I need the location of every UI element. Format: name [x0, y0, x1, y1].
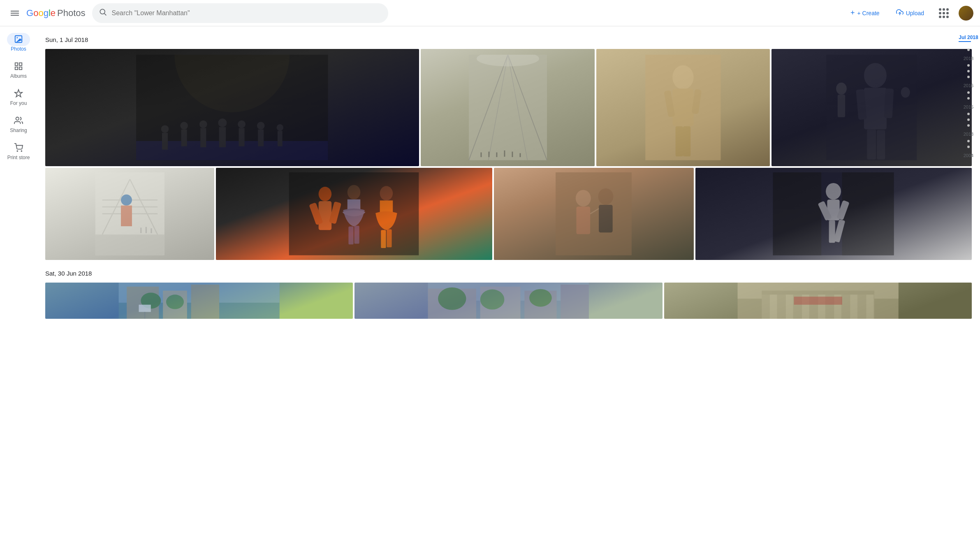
svg-rect-64	[95, 234, 164, 255]
photo-dance-group[interactable]	[45, 49, 419, 166]
svg-rect-82	[387, 230, 392, 248]
svg-rect-8	[15, 67, 18, 70]
photo-inner	[354, 283, 662, 319]
date-section-jul1: Sun, 1 Jul 2018	[45, 35, 972, 260]
timeline-year-2015[interactable]: 2015	[964, 104, 973, 109]
svg-rect-53	[867, 130, 876, 160]
sidebar-photos-label: Photos	[11, 46, 26, 52]
app-name: Photos	[57, 8, 86, 19]
svg-rect-128	[794, 297, 842, 305]
upload-button[interactable]: Upload	[891, 5, 929, 21]
svg-rect-106	[139, 305, 151, 312]
svg-rect-91	[773, 172, 822, 255]
avatar[interactable]	[959, 6, 973, 21]
svg-rect-89	[556, 172, 632, 255]
svg-rect-6	[19, 63, 22, 65]
photo-hallway[interactable]	[421, 49, 594, 166]
photo-two-actors[interactable]	[494, 168, 694, 260]
photo-buildings[interactable]	[354, 283, 662, 319]
timeline-dot	[967, 64, 970, 67]
svg-rect-50	[864, 88, 887, 130]
timeline-dot	[967, 124, 970, 127]
svg-point-11	[21, 151, 22, 151]
create-button[interactable]: + + Create	[846, 5, 885, 21]
photo-inner	[216, 168, 492, 260]
svg-point-116	[529, 289, 552, 307]
photo-statue[interactable]	[596, 49, 770, 166]
photo-inner	[421, 49, 594, 166]
svg-rect-92	[842, 172, 894, 255]
create-icon: +	[850, 9, 855, 17]
grid-dots-icon	[939, 8, 949, 18]
create-label: + Create	[857, 10, 880, 16]
sharing-icon	[7, 114, 30, 127]
svg-point-0	[100, 9, 105, 14]
sidebar-sharing-label: Sharing	[10, 128, 27, 133]
svg-rect-19	[201, 128, 206, 148]
albums-icon	[7, 60, 30, 73]
timeline-label-jul2018[interactable]: Jul 2018	[959, 35, 978, 47]
sidebar-item-albums[interactable]: Albums	[0, 57, 37, 82]
photo-solo-dancer[interactable]	[695, 168, 972, 260]
search-bar[interactable]	[92, 3, 388, 23]
svg-point-49	[864, 63, 887, 88]
svg-rect-126	[850, 295, 857, 319]
svg-rect-7	[19, 67, 22, 70]
svg-point-10	[17, 151, 18, 151]
svg-point-26	[277, 124, 283, 131]
menu-button[interactable]	[7, 5, 23, 21]
timeline-year-2013[interactable]: 2013	[964, 132, 973, 137]
svg-rect-66	[121, 206, 132, 226]
timeline-dot	[967, 49, 970, 51]
apps-button[interactable]	[936, 5, 952, 21]
svg-point-115	[480, 290, 505, 310]
svg-point-71	[319, 187, 332, 201]
sidebar-item-print-store[interactable]: Print store	[0, 138, 37, 164]
svg-rect-43	[672, 89, 693, 127]
svg-rect-52	[884, 88, 894, 118]
sidebar-item-sharing[interactable]: Sharing	[0, 111, 37, 137]
svg-rect-46	[675, 126, 683, 156]
header-actions: + + Create Upload	[846, 5, 973, 21]
photos-icon	[7, 32, 30, 46]
timeline-year-2004[interactable]: 2004	[964, 153, 973, 158]
avatar-image	[959, 6, 973, 21]
svg-rect-56	[838, 95, 845, 117]
svg-rect-21	[219, 127, 226, 147]
photo-man-statue[interactable]	[771, 49, 972, 166]
photo-inner	[45, 168, 214, 260]
svg-rect-40	[519, 153, 521, 158]
timeline-year-2018[interactable]: 2018	[964, 56, 973, 61]
timeline-dot	[967, 146, 970, 148]
timeline-dot	[967, 70, 970, 72]
svg-rect-35	[480, 153, 482, 157]
sidebar-item-for-you[interactable]: For you	[0, 84, 37, 109]
svg-point-42	[672, 65, 693, 90]
svg-rect-17	[181, 130, 187, 146]
svg-rect-54	[877, 130, 885, 159]
photo-protest[interactable]	[45, 283, 353, 319]
timeline-year-2016[interactable]: 2016	[964, 83, 973, 88]
main-layout: Photos Albums For y	[0, 26, 980, 545]
svg-rect-38	[504, 151, 505, 157]
svg-rect-81	[381, 230, 386, 248]
svg-point-9	[16, 117, 19, 120]
svg-point-4	[16, 37, 18, 38]
sidebar-item-photos[interactable]: Photos	[0, 30, 37, 55]
date-section-jun30: Sat, 30 Jun 2018	[45, 268, 972, 319]
svg-rect-69	[151, 228, 152, 233]
photo-courthouse[interactable]	[664, 283, 972, 319]
photo-inner	[664, 283, 972, 319]
timeline-scrubber[interactable]: Jul 2018 2018 2016 2015 2013 2004	[957, 26, 980, 545]
photo-architecture[interactable]	[45, 168, 214, 260]
photo-row-2	[45, 168, 972, 260]
svg-rect-113	[561, 285, 589, 319]
svg-rect-15	[162, 133, 168, 150]
svg-point-55	[836, 83, 847, 95]
svg-rect-121	[769, 295, 777, 319]
photo-colorful-dancers[interactable]	[216, 168, 492, 260]
timeline-dot	[967, 113, 970, 115]
svg-rect-127	[866, 295, 873, 319]
search-input[interactable]	[112, 9, 382, 17]
svg-rect-47	[683, 126, 690, 156]
